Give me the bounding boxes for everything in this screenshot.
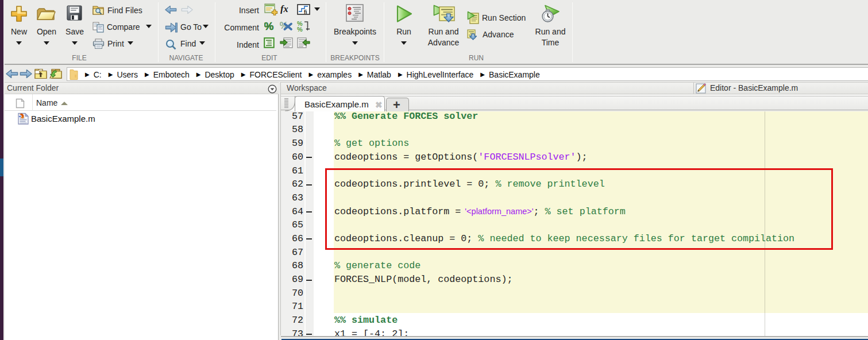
- svg-text:%: %: [297, 26, 303, 32]
- svg-text:fi: fi: [304, 9, 307, 15]
- svg-text:fx: fx: [280, 3, 288, 14]
- svg-text:%: %: [264, 21, 274, 31]
